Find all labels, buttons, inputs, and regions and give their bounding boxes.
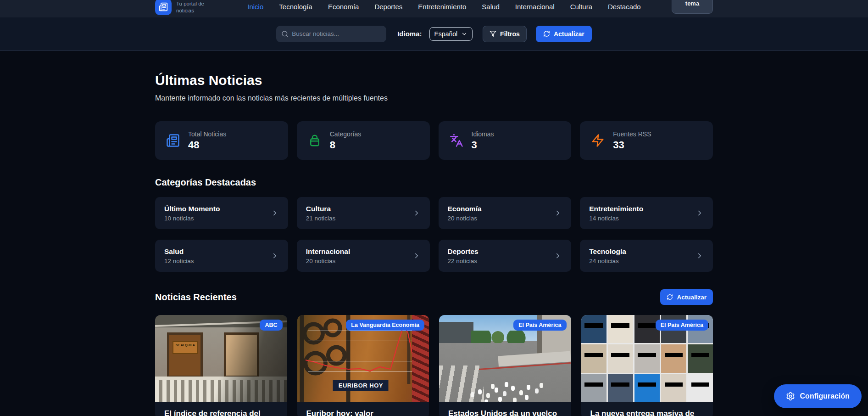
nav-item-cultura[interactable]: Cultura (570, 3, 592, 11)
stat-label: Total Noticias (188, 130, 226, 138)
building-shape (439, 322, 473, 343)
nav-item-tecnologia[interactable]: Tecnología (279, 3, 312, 11)
newspaper-icon (159, 2, 168, 11)
news-card-3[interactable]: El País América Estados Unidos da un vue… (439, 315, 571, 416)
category-name: Internacional (306, 247, 350, 256)
stat-value: 48 (188, 139, 226, 151)
stats-row: Total Noticias 48 Categorías 8 Idiomas 3 (155, 121, 713, 160)
mugshot-cell (634, 315, 660, 343)
stat-card-categorias: Categorías 8 (297, 121, 430, 160)
chevron-right-icon (412, 209, 421, 217)
category-count: 20 noticias (306, 258, 350, 264)
settings-button[interactable]: Configuración (774, 384, 862, 408)
stat-value: 3 (472, 139, 494, 151)
category-count: 21 noticias (306, 215, 336, 222)
mugshot-cell (634, 344, 660, 372)
stat-value: 33 (613, 139, 651, 151)
newspaper-icon (166, 134, 180, 147)
news-card-4[interactable]: El País América La nueva entrega masiva … (581, 315, 713, 416)
settings-button-label: Configuración (800, 392, 850, 400)
category-card-deportes[interactable]: Deportes 22 noticias (439, 240, 572, 272)
article-image-euribor-door: La Vanguardia Economía EURIBOR HOY (297, 315, 429, 402)
zap-icon (591, 134, 605, 147)
main-nav: Inicio Tecnología Economía Deportes Entr… (217, 3, 672, 11)
chevron-right-icon (412, 252, 421, 260)
stat-card-total-noticias: Total Noticias 48 (155, 121, 288, 160)
article-image-building-facade: ABC SE ALQUILA (155, 315, 287, 402)
category-count: 12 noticias (164, 258, 194, 264)
nav-item-destacado[interactable]: Destacado (608, 3, 641, 11)
site-logo[interactable] (155, 0, 172, 15)
category-count: 22 noticias (448, 258, 479, 264)
source-badge: La Vanguardia Economía (346, 320, 424, 331)
nav-item-entretenimiento[interactable]: Entretenimiento (418, 3, 466, 11)
category-card-tecnologia[interactable]: Tecnología 24 noticias (580, 240, 713, 272)
chevron-right-icon (696, 252, 704, 260)
category-card-internacional[interactable]: Internacional 20 noticias (297, 240, 430, 272)
source-badge: El País América (513, 320, 566, 331)
article-title: La nueva entrega masiva de (590, 409, 704, 416)
category-name: Deportes (448, 247, 479, 256)
mugshot-cell (608, 374, 633, 402)
category-name: Cultura (306, 205, 336, 213)
chevron-right-icon (696, 209, 704, 217)
category-card-salud[interactable]: Salud 12 noticias (155, 240, 288, 272)
chevron-down-icon (461, 31, 467, 37)
recent-refresh-button[interactable]: Actualizar (660, 289, 713, 305)
category-card-economia[interactable]: Economía 20 noticias (439, 197, 572, 229)
category-card-entretenimiento[interactable]: Entretenimiento 14 noticias (580, 197, 713, 229)
mugshot-cell (608, 315, 633, 343)
article-image-street-scene: El País América (439, 315, 571, 402)
theme-toggle-button[interactable]: tema (672, 0, 713, 14)
recent-refresh-label: Actualizar (677, 294, 707, 301)
nav-item-deportes[interactable]: Deportes (374, 3, 402, 11)
category-count: 14 noticias (589, 215, 643, 222)
site-tagline: Tu portal de noticias (176, 0, 217, 14)
article-title: Estados Unidos da un vuelco (448, 409, 562, 416)
language-select[interactable]: Español (429, 27, 473, 41)
stat-label: Idiomas (472, 130, 494, 138)
search-icon (281, 30, 289, 38)
category-card-cultura[interactable]: Cultura 21 noticias (297, 197, 430, 229)
stat-card-idiomas: Idiomas 3 (439, 121, 572, 160)
filter-icon (490, 30, 496, 37)
euribor-hoy-caption: EURIBOR HOY (333, 380, 389, 391)
filters-button-label: Filtros (500, 30, 520, 38)
nav-item-economia[interactable]: Economía (328, 3, 359, 11)
language-selected-value: Español (434, 30, 458, 38)
categories-grid: Último Momento 10 noticias Cultura 21 no… (155, 197, 713, 272)
news-grid: ABC SE ALQUILA El índice de referencia d… (155, 315, 713, 416)
stat-label: Categorías (330, 130, 361, 138)
category-name: Tecnología (589, 247, 626, 256)
news-card-1[interactable]: ABC SE ALQUILA El índice de referencia d… (155, 315, 287, 416)
source-badge: El País América (656, 320, 708, 331)
recent-section-title: Noticias Recientes (155, 292, 237, 303)
chevron-right-icon (271, 209, 279, 217)
languages-icon (450, 134, 463, 147)
trees-shape (471, 331, 531, 343)
filters-button[interactable]: Filtros (483, 26, 527, 42)
nav-item-inicio[interactable]: Inicio (247, 3, 263, 11)
news-card-2[interactable]: La Vanguardia Economía EURIBOR HOY (297, 315, 429, 416)
chevron-right-icon (554, 209, 562, 217)
chevron-right-icon (271, 252, 279, 260)
shopping-bag-icon (308, 134, 322, 147)
stat-label: Fuentes RSS (613, 130, 651, 138)
kneeling-people-shape (471, 392, 474, 397)
nav-item-salud[interactable]: Salud (482, 3, 499, 11)
refresh-button[interactable]: Actualizar (536, 26, 592, 42)
mugshot-cell (661, 344, 686, 372)
category-name: Salud (164, 247, 194, 256)
category-card-ultimo-momento[interactable]: Último Momento 10 noticias (155, 197, 288, 229)
refresh-button-label: Actualizar (554, 30, 584, 38)
search-input[interactable] (276, 26, 386, 42)
mugshot-cell (581, 374, 606, 402)
mugshot-cell (608, 344, 633, 372)
article-title: Euribor hoy: valor (306, 409, 420, 416)
page-subtitle: Mantente informado con las noticias más … (155, 94, 713, 103)
stat-value: 8 (330, 139, 361, 151)
language-label: Idioma: (397, 30, 422, 38)
nav-item-internacional[interactable]: Internacional (515, 3, 555, 11)
category-count: 20 noticias (448, 215, 482, 222)
refresh-icon (543, 30, 550, 37)
